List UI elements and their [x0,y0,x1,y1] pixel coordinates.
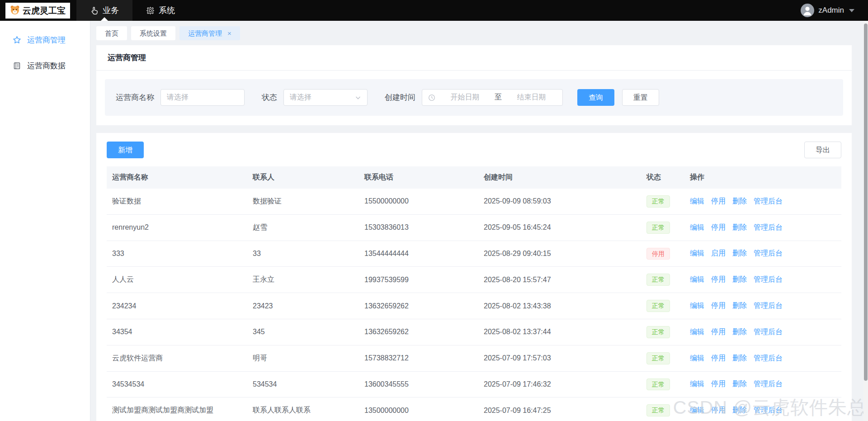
cell-created: 2025-08-02 13:37:44 [478,319,641,345]
cell-actions: 编辑停用删除管理后台 [684,371,841,397]
row-action-edit[interactable]: 编辑 [690,380,704,388]
operator-name-input[interactable]: 请选择 [160,89,245,106]
main-content: 首页系统设置运营商管理× 运营商管理 运营商名称 请选择 状态 请选择 创建时间… [91,21,868,421]
status-badge: 停用 [646,248,670,260]
row-action-edit[interactable]: 编辑 [690,354,704,362]
row-action-edit[interactable]: 编辑 [690,197,704,205]
hand-pointer-icon [90,6,99,15]
cell-name: 34534534 [107,371,247,397]
row-action-admin-backend[interactable]: 管理后台 [754,354,783,362]
cell-actions: 编辑停用删除管理后台 [684,267,841,293]
row-action-toggle-status[interactable]: 停用 [711,302,726,309]
row-action-admin-backend[interactable]: 管理后台 [754,328,783,336]
row-action-delete[interactable]: 删除 [732,275,747,283]
tab-home[interactable]: 首页 [96,26,127,40]
status-badge: 正常 [646,222,670,234]
status-select[interactable]: 请选择 [283,89,368,106]
row-action-delete[interactable]: 删除 [732,406,747,414]
row-action-delete[interactable]: 删除 [732,223,747,231]
filter-name-label: 运营商名称 [116,92,154,103]
column-header: 操作 [684,166,841,189]
row-action-admin-backend[interactable]: 管理后台 [754,406,783,414]
nav-item-system[interactable]: 系统 [132,0,189,21]
sidebar-item-operator-data[interactable]: 运营商数据 [0,53,90,79]
table-body: 验证数据数据验证155000000002025-09-09 08:59:03正常… [107,189,841,421]
status-select-placeholder: 请选择 [290,93,311,102]
cell-created: 2025-08-29 09:40:15 [478,241,641,267]
cell-phone: 15738832712 [359,345,478,371]
row-action-delete[interactable]: 删除 [732,328,747,336]
row-action-toggle-status[interactable]: 停用 [711,406,726,414]
cell-contact: 明哥 [247,345,359,371]
table-card: 新增 导出 运营商名称联系人联系电话创建时间状态操作 验证数据数据验证15500… [96,133,852,421]
nav-item-business[interactable]: 业务 [76,0,132,21]
row-action-toggle-status[interactable]: 启用 [711,249,726,257]
page-scrollbar-thumb[interactable] [864,24,868,381]
cell-created: 2025-07-09 17:57:03 [478,345,641,371]
reset-button[interactable]: 重置 [622,89,659,106]
sidebar: 运营商管理运营商数据 [0,21,90,421]
row-action-toggle-status[interactable]: 停用 [711,223,726,231]
filter-wrap: 运营商名称 请选择 状态 请选择 创建时间 开始日期 至 结束日期 查询 重置 [96,71,852,125]
cell-status: 正常 [641,293,684,319]
row-action-toggle-status[interactable]: 停用 [711,328,726,336]
nav-item-label: 系统 [159,5,175,16]
date-separator: 至 [495,93,502,102]
row-action-admin-backend[interactable]: 管理后台 [754,249,783,257]
tab-settings[interactable]: 系统设置 [131,26,175,40]
row-action-delete[interactable]: 删除 [732,302,747,309]
row-action-edit[interactable]: 编辑 [690,223,704,231]
row-action-admin-backend[interactable]: 管理后台 [754,223,783,231]
table-row: renrenyun2赵雪153038360132025-09-05 16:45:… [107,214,841,241]
tab-label: 运营商管理 [188,30,222,37]
cell-contact: 534534 [247,371,359,397]
cell-contact: 33 [247,241,359,267]
cell-actions: 编辑停用删除管理后台 [684,189,841,214]
export-button[interactable]: 导出 [804,142,841,158]
row-action-toggle-status[interactable]: 停用 [711,197,726,205]
cell-created: 2025-09-05 16:45:24 [478,214,641,241]
cell-actions: 编辑停用删除管理后台 [684,345,841,371]
row-action-edit[interactable]: 编辑 [690,406,704,414]
tab-operator[interactable]: 运营商管理× [179,26,240,40]
row-action-admin-backend[interactable]: 管理后台 [754,302,783,309]
search-button[interactable]: 查询 [577,89,614,106]
cell-actions: 编辑停用删除管理后台 [684,397,841,421]
row-action-delete[interactable]: 删除 [732,249,747,257]
cell-actions: 编辑停用删除管理后台 [684,214,841,241]
row-action-edit[interactable]: 编辑 [690,249,704,257]
add-button[interactable]: 新增 [107,142,144,158]
status-badge: 正常 [646,274,670,286]
row-action-edit[interactable]: 编辑 [690,302,704,309]
page-scrollbar[interactable] [863,21,868,421]
cell-contact: 王永立 [247,267,359,293]
cell-phone: 13600345555 [359,371,478,397]
tab-bar: 首页系统设置运营商管理× [96,26,852,40]
row-action-edit[interactable]: 编辑 [690,275,704,283]
row-action-delete[interactable]: 删除 [732,380,747,388]
table-row: 33333135444444442025-08-29 09:40:15停用编辑启… [107,241,841,267]
sidebar-item-operator-management[interactable]: 运营商管理 [0,27,90,53]
cell-status: 正常 [641,267,684,293]
table-row: 人人云王永立199375395992025-08-20 15:57:47正常编辑… [107,267,841,293]
row-action-admin-backend[interactable]: 管理后台 [754,197,783,205]
row-action-edit[interactable]: 编辑 [690,328,704,336]
row-action-toggle-status[interactable]: 停用 [711,380,726,388]
row-action-toggle-status[interactable]: 停用 [711,354,726,362]
row-action-delete[interactable]: 删除 [732,354,747,362]
row-action-delete[interactable]: 删除 [732,197,747,205]
top-header: 云虎灵工宝 业务系统 zAdmin [0,0,868,21]
app-logo-text: 云虎灵工宝 [23,6,66,15]
user-avatar [801,4,814,17]
row-action-admin-backend[interactable]: 管理后台 [754,275,783,283]
column-header: 状态 [641,166,684,189]
user-menu[interactable]: zAdmin [801,4,868,17]
cell-phone: 15303836013 [359,214,478,241]
row-action-toggle-status[interactable]: 停用 [711,275,726,283]
tab-close-icon[interactable]: × [227,30,231,37]
cell-actions: 编辑启用删除管理后台 [684,241,841,267]
row-action-admin-backend[interactable]: 管理后台 [754,380,783,388]
user-name: zAdmin [818,6,844,15]
create-date-range-picker[interactable]: 开始日期 至 结束日期 [422,89,563,106]
cell-status: 正常 [641,189,684,214]
